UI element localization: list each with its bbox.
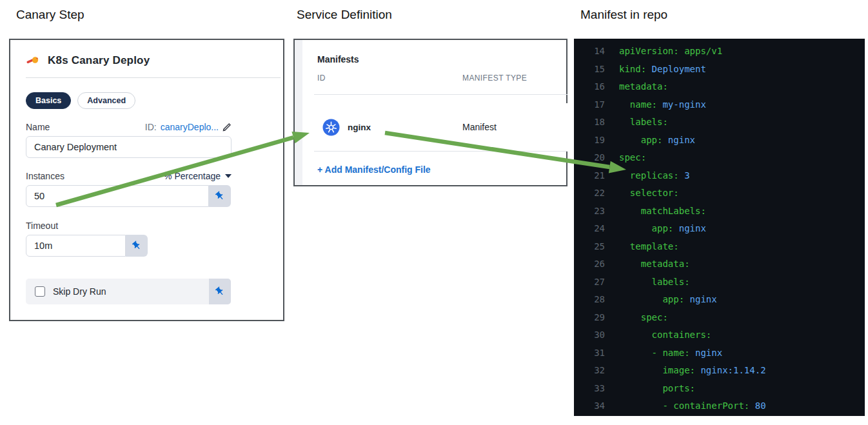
line-number: 22 <box>574 184 605 203</box>
chevron-down-icon <box>225 174 232 178</box>
manifests-title: Manifests <box>317 54 359 64</box>
skip-dry-run-checkbox[interactable] <box>35 286 45 297</box>
code-text: labels: <box>619 273 690 292</box>
add-manifest-link[interactable]: + Add Manifest/Config File <box>317 164 431 175</box>
timeout-runtime-pin-button[interactable] <box>126 235 148 257</box>
code-text: app: nginx <box>619 291 717 309</box>
line-number: 18 <box>574 114 605 132</box>
line-number: 17 <box>574 96 605 114</box>
step-header: K8s Canary Deploy <box>10 40 283 67</box>
instances-label: Instances <box>26 171 64 181</box>
header-divider <box>26 77 281 78</box>
code-text: spec: <box>619 309 668 327</box>
code-line-24: 24 app: nginx <box>574 220 865 238</box>
line-number: 15 <box>574 61 605 79</box>
code-line-21: 21 replicas: 3 <box>574 167 865 185</box>
tab-basics[interactable]: Basics <box>26 92 71 109</box>
tab-advanced[interactable]: Advanced <box>77 92 135 109</box>
code-line-28: 28 app: nginx <box>574 291 865 309</box>
code-text: kind: Deployment <box>619 61 706 79</box>
edit-pencil-icon[interactable] <box>222 123 232 132</box>
instances-input[interactable] <box>26 185 209 207</box>
code-line-19: 19 app: nginx <box>574 132 865 150</box>
code-line-31: 31 - name: nginx <box>574 344 865 362</box>
code-text: metadata: <box>619 255 690 273</box>
canary-bird-icon <box>26 54 41 67</box>
code-text: replicas: 3 <box>619 167 690 185</box>
line-number: 31 <box>574 344 605 362</box>
name-label: Name <box>26 122 50 132</box>
column-header-manifest-type: MANIFEST TYPE <box>462 74 527 83</box>
code-line-15: 15kind: Deployment <box>574 61 865 79</box>
code-line-20: 20spec: <box>574 149 865 167</box>
manifest-in-repo-title: Manifest in repo <box>580 8 667 22</box>
code-text: - name: nginx <box>619 344 722 362</box>
step-id: ID: canaryDeplo... <box>145 122 232 132</box>
code-text: image: nginx:1.14.2 <box>619 362 766 380</box>
code-text: matchLabels: <box>619 203 706 221</box>
pin-icon <box>130 239 144 253</box>
panel-gutter <box>295 40 302 185</box>
skip-dry-run-runtime-pin-button[interactable] <box>209 279 231 304</box>
code-text: metadata: <box>619 78 668 96</box>
service-definition-panel: Manifests ID MANIFEST TYPE <box>293 39 567 186</box>
code-line-29: 29 spec: <box>574 309 865 327</box>
line-number: 33 <box>574 380 605 398</box>
code-text: template: <box>619 238 679 256</box>
unit-label: % Percentage <box>164 171 221 181</box>
column-header-id: ID <box>317 74 326 83</box>
line-number: 16 <box>574 78 605 96</box>
id-prefix: ID: <box>145 122 157 132</box>
code-text: app: nginx <box>619 132 695 150</box>
pin-icon <box>213 284 228 299</box>
code-text: - containerPort: 80 <box>619 397 766 415</box>
code-text: apiVersion: apps/v1 <box>619 43 722 61</box>
canary-step-panel: K8s Canary Deploy Basics Advanced Name I… <box>9 39 284 321</box>
line-number: 24 <box>574 220 605 238</box>
code-line-26: 26 metadata: <box>574 255 865 273</box>
id-value-link[interactable]: canaryDeplo... <box>161 122 219 132</box>
canary-step-title: Canary Step <box>16 8 84 22</box>
skip-dry-run-row: Skip Dry Run <box>26 279 231 304</box>
table-separator <box>314 151 567 152</box>
manifest-type: Manifest <box>462 122 497 132</box>
line-number: 26 <box>574 255 605 273</box>
code-line-30: 30 containers: <box>574 326 865 344</box>
page: Canary Step Service Definition Manifest … <box>0 0 868 425</box>
code-line-23: 23 matchLabels: <box>574 203 865 221</box>
code-text: selector: <box>619 184 679 203</box>
code-text: spec: <box>619 149 646 167</box>
line-number: 30 <box>574 326 605 344</box>
code-line-17: 17 name: my-nginx <box>574 96 865 114</box>
pin-icon <box>213 189 228 204</box>
code-line-25: 25 template: <box>574 238 865 256</box>
line-number: 25 <box>574 238 605 256</box>
code-line-32: 32 image: nginx:1.14.2 <box>574 362 865 380</box>
manifest-row-nginx[interactable]: nginx Manifest <box>302 103 567 151</box>
line-number: 27 <box>574 273 605 292</box>
line-number: 29 <box>574 309 605 327</box>
line-number: 14 <box>574 43 605 61</box>
code-text: ports: <box>619 380 695 398</box>
timeout-input[interactable] <box>26 235 126 257</box>
code-text: name: my-nginx <box>619 96 706 114</box>
line-number: 34 <box>574 397 605 415</box>
code-line-27: 27 labels: <box>574 273 865 292</box>
code-line-16: 16metadata: <box>574 78 865 96</box>
instances-runtime-pin-button[interactable] <box>209 185 231 207</box>
line-number: 19 <box>574 132 605 150</box>
manifest-id: nginx <box>348 123 371 132</box>
step-title: K8s Canary Deploy <box>48 54 150 67</box>
kubernetes-icon <box>322 119 340 136</box>
line-number: 21 <box>574 167 605 185</box>
name-input[interactable] <box>26 136 232 158</box>
skip-dry-run-label: Skip Dry Run <box>53 286 209 297</box>
service-definition-title: Service Definition <box>297 8 392 22</box>
code-text: labels: <box>619 114 668 132</box>
timeout-label: Timeout <box>26 221 58 231</box>
manifest-code-panel[interactable]: 14apiVersion: apps/v115kind: Deployment1… <box>574 39 865 416</box>
instances-unit-dropdown[interactable]: % Percentage <box>164 171 232 181</box>
line-number: 20 <box>574 149 605 167</box>
line-number: 23 <box>574 203 605 221</box>
table-separator <box>314 94 567 95</box>
